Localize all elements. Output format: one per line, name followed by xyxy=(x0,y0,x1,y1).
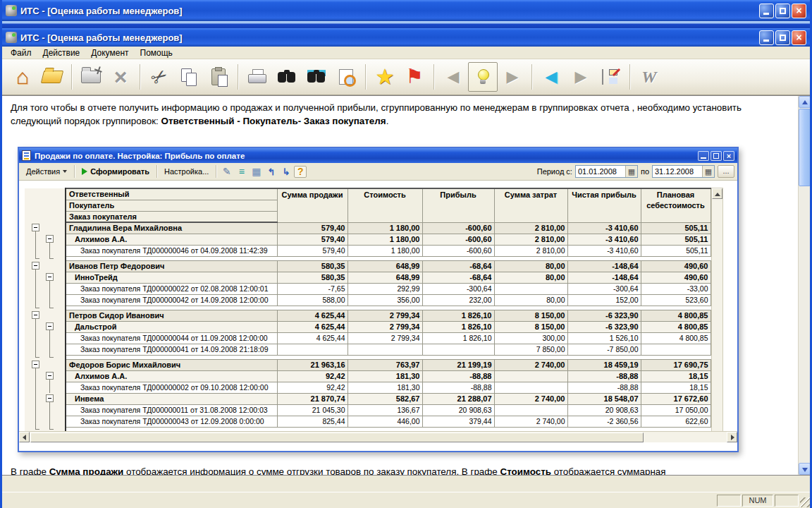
next-topic-button[interactable]: ▶ xyxy=(498,62,527,92)
table-row: Заказ покупателя ТД000000043 от 12.09.20… xyxy=(25,416,710,427)
expand-groups-icon[interactable]: ↳ xyxy=(279,165,293,178)
value-cell: 181,30 xyxy=(347,370,422,382)
vertical-scroll-thumb[interactable] xyxy=(799,109,811,186)
table-vertical-scrollbar[interactable] xyxy=(711,188,723,442)
report-close-button[interactable]: × xyxy=(723,151,734,161)
more-button[interactable]: ... xyxy=(718,165,734,178)
maximize-button[interactable] xyxy=(775,4,790,18)
value-cell: 1 180,00 xyxy=(347,234,422,245)
scroll-up-button[interactable] xyxy=(799,96,811,108)
collapse-subgroup-button[interactable] xyxy=(46,372,54,380)
calendar-button[interactable]: ▦ xyxy=(702,166,714,177)
table-row: Заказ покупателя ТД000000022 от 02.08.20… xyxy=(25,283,710,294)
report-minimize-button[interactable] xyxy=(698,151,709,161)
bookmark-flag-button[interactable]: ⚑ xyxy=(400,62,429,92)
value-cell: -68,64 xyxy=(422,260,494,272)
close-button[interactable]: × xyxy=(792,4,806,18)
find-in-topics-button[interactable] xyxy=(302,62,331,92)
cut-button[interactable]: ✂ xyxy=(144,62,174,92)
value-cell: 4 625,44 xyxy=(277,332,347,344)
period-from-input[interactable] xyxy=(576,167,625,176)
menu-item[interactable]: Действие xyxy=(37,47,86,59)
collapse-subgroup-button[interactable] xyxy=(46,273,54,281)
bulb-button[interactable] xyxy=(468,62,498,92)
collapse-group-button[interactable] xyxy=(32,224,39,231)
value-cell: 1 180,00 xyxy=(347,222,422,234)
forward-button[interactable]: ▶ xyxy=(566,62,596,92)
collapse-subgroup-button[interactable] xyxy=(46,235,54,243)
back-button[interactable]: ◀ xyxy=(536,62,566,92)
print-button[interactable] xyxy=(242,62,272,92)
intro-grouping-order: Ответственный - Покупатель- Заказ покупа… xyxy=(161,116,386,126)
settings-button[interactable]: Настройка... xyxy=(160,166,213,177)
value-cell: 21 045,30 xyxy=(277,404,347,416)
actions-menu-button[interactable]: Действия xyxy=(22,166,71,177)
menu-item[interactable]: Помощь xyxy=(135,47,178,59)
value-cell: 17 690,75 xyxy=(641,359,710,370)
separator xyxy=(156,165,157,178)
collapse-group-button[interactable] xyxy=(32,361,39,368)
table-settings-icon[interactable]: ▦ xyxy=(250,165,263,178)
value-cell: 588,00 xyxy=(277,294,347,306)
open-folder-button[interactable] xyxy=(37,62,67,92)
report-maximize-button[interactable] xyxy=(710,151,722,161)
new-folder-button[interactable] xyxy=(76,62,106,92)
document-vertical-scrollbar[interactable] xyxy=(798,96,810,475)
minimize-button[interactable] xyxy=(759,30,774,45)
collapse-groups-icon[interactable]: ↰ xyxy=(264,165,278,178)
horizontal-scroll-thumb[interactable] xyxy=(30,433,644,442)
calendar-button[interactable]: ▦ xyxy=(625,166,637,177)
bulb-icon xyxy=(477,69,488,85)
generate-button[interactable]: Сформировать xyxy=(78,166,154,177)
header-buyer: Покупатель xyxy=(66,200,277,211)
period-to-input[interactable] xyxy=(653,167,702,176)
copy-button[interactable] xyxy=(174,62,204,92)
value-cell: -3 410,60 xyxy=(567,234,641,245)
minimize-button[interactable] xyxy=(759,4,774,18)
table-row: ИнноТрейд580,35648,99-68,6480,00-148,644… xyxy=(25,272,710,283)
scroll-left-button[interactable] xyxy=(19,432,30,442)
document-area: Для того чтобы в отчете получить информа… xyxy=(2,95,810,475)
header-col: Стоимость xyxy=(347,188,422,222)
quick-settings-icon[interactable]: ≡ xyxy=(235,165,248,178)
value-cell xyxy=(494,283,567,294)
report-title-bar: Продажи по оплате. Настройка: Прибыль по… xyxy=(19,148,737,163)
word-export-button[interactable]: W xyxy=(634,62,664,92)
scroll-down-button[interactable] xyxy=(799,463,811,475)
resize-grip[interactable] xyxy=(800,497,810,507)
collapse-subgroup-button[interactable] xyxy=(46,394,54,402)
home-button[interactable]: ⌂ xyxy=(8,62,37,92)
value-cell: 490,60 xyxy=(641,272,710,283)
contents-edit-button[interactable] xyxy=(596,62,625,92)
report-header-icon[interactable]: ✎ xyxy=(220,165,233,178)
value-cell xyxy=(494,382,567,393)
menu-item[interactable]: Документ xyxy=(85,47,134,59)
value-cell xyxy=(277,344,347,355)
value-cell: 18,15 xyxy=(641,370,710,382)
scroll-right-button[interactable] xyxy=(727,432,737,442)
maximize-button[interactable] xyxy=(775,30,790,45)
collapse-subgroup-button[interactable] xyxy=(46,322,54,330)
paste-button[interactable] xyxy=(204,62,233,92)
value-cell: 136,67 xyxy=(347,404,422,416)
close-button[interactable]: × xyxy=(792,30,806,45)
prev-topic-icon: ◀ xyxy=(448,69,460,85)
collapse-group-button[interactable] xyxy=(32,262,39,270)
tree-cell xyxy=(25,404,66,416)
group-label-cell: Петров Сидор Иванович xyxy=(66,310,277,321)
table-horizontal-scrollbar[interactable] xyxy=(19,431,737,442)
menu-item[interactable]: Файл xyxy=(5,47,37,59)
preview-button[interactable] xyxy=(331,62,361,92)
separator xyxy=(74,165,75,178)
report-toolbar-icons: ✎≡▦↰↳? xyxy=(219,165,307,178)
favorites-star-button[interactable]: ★ xyxy=(370,62,400,92)
scroll-up-button[interactable] xyxy=(712,188,722,199)
table-row: Заказ покупателя ТД000000046 от 04.09.20… xyxy=(25,245,710,256)
value-cell: -3 410,60 xyxy=(567,222,641,234)
delete-button[interactable]: × xyxy=(106,62,135,92)
find-button[interactable] xyxy=(272,62,302,92)
collapse-group-button[interactable] xyxy=(32,311,39,319)
prev-topic-button[interactable]: ◀ xyxy=(438,62,468,92)
help-icon[interactable]: ? xyxy=(294,166,307,178)
tree-cell xyxy=(25,294,66,306)
